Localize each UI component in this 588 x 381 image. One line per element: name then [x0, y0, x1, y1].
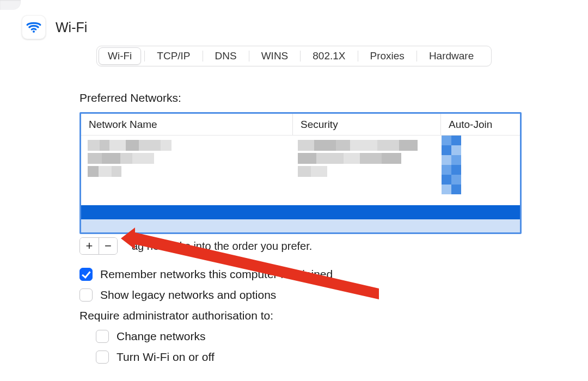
- tab-separator: [144, 51, 145, 62]
- table-row: [298, 166, 327, 177]
- col-security[interactable]: Security: [292, 114, 440, 135]
- table-body[interactable]: [81, 136, 520, 232]
- drag-hint: ag networks into the order you prefer.: [132, 240, 312, 253]
- tab-tcpip[interactable]: TCP/IP: [148, 47, 199, 65]
- tab-wifi[interactable]: Wi-Fi: [99, 47, 141, 65]
- remember-networks-label: Remember networks this computer has join…: [100, 268, 333, 281]
- tab-separator: [358, 51, 358, 62]
- turn-wifi-label: Turn Wi-Fi on or off: [117, 351, 215, 364]
- turn-wifi-option[interactable]: Turn Wi-Fi on or off: [96, 351, 522, 364]
- add-network-button[interactable]: +: [80, 238, 99, 254]
- legacy-networks-option[interactable]: Show legacy networks and options: [79, 288, 522, 302]
- legacy-networks-checkbox[interactable]: [79, 288, 93, 302]
- table-row[interactable]: [88, 140, 171, 151]
- table-row[interactable]: [88, 166, 121, 177]
- tab-dns[interactable]: DNS: [206, 47, 246, 65]
- tab-separator: [300, 51, 301, 62]
- tab-hardware[interactable]: Hardware: [420, 47, 482, 65]
- remember-networks-checkbox[interactable]: [79, 268, 93, 281]
- table-header: Network Name Security Auto-Join: [81, 114, 520, 136]
- page-title: Wi-Fi: [56, 20, 87, 35]
- change-networks-label: Change networks: [117, 330, 205, 343]
- svg-point-0: [33, 30, 35, 33]
- tab-separator: [203, 51, 203, 62]
- change-networks-checkbox[interactable]: [96, 330, 109, 343]
- remove-network-button[interactable]: −: [99, 238, 117, 254]
- tab-separator: [416, 51, 417, 62]
- tab-wins[interactable]: WINS: [253, 47, 297, 65]
- table-row[interactable]: [88, 153, 154, 164]
- tab-separator: [249, 51, 249, 62]
- table-row: [298, 153, 401, 164]
- col-auto-join[interactable]: Auto-Join: [440, 114, 520, 135]
- wifi-icon: [22, 15, 46, 39]
- change-networks-option[interactable]: Change networks: [96, 330, 522, 343]
- legacy-networks-label: Show legacy networks and options: [100, 288, 276, 302]
- remember-networks-option[interactable]: Remember networks this computer has join…: [79, 268, 522, 281]
- window-notch: [0, 0, 21, 10]
- tab-bar: Wi-Fi TCP/IP DNS WINS 802.1X Proxies Har…: [96, 46, 492, 66]
- require-admin-label: Require administrator authorisation to:: [79, 309, 522, 322]
- preferred-networks-label: Preferred Networks:: [79, 91, 522, 105]
- table-row[interactable]: [81, 219, 520, 232]
- preferred-networks-table[interactable]: Network Name Security Auto-Join: [79, 112, 522, 234]
- add-remove-group: + −: [79, 237, 118, 255]
- turn-wifi-checkbox[interactable]: [96, 351, 109, 364]
- header: Wi-Fi: [22, 15, 588, 39]
- table-row: [298, 140, 418, 151]
- tab-8021x[interactable]: 802.1X: [304, 47, 354, 65]
- col-network-name[interactable]: Network Name: [81, 114, 292, 135]
- tab-proxies[interactable]: Proxies: [362, 47, 413, 65]
- table-row-selected[interactable]: [81, 205, 520, 219]
